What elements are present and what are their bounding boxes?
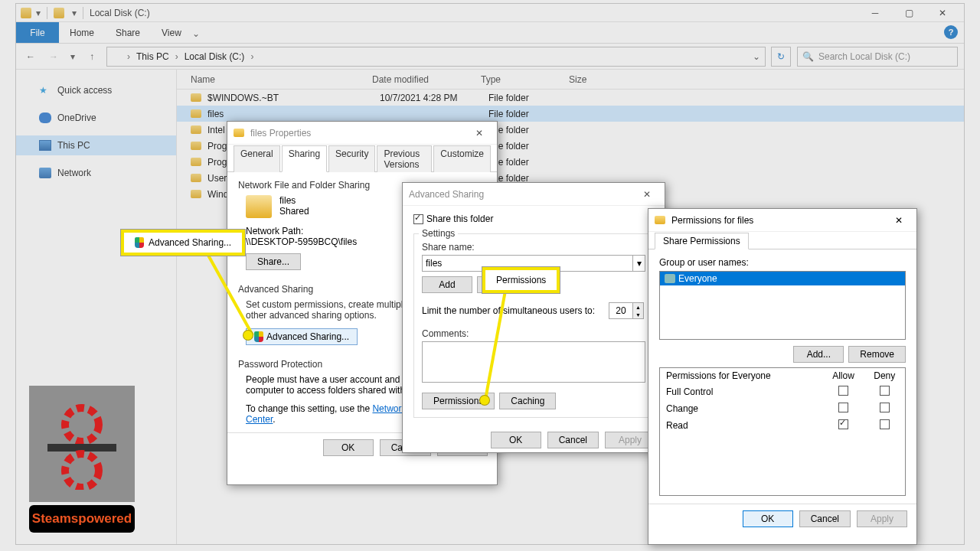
tab-customize[interactable]: Customize	[433, 145, 491, 172]
nav-network[interactable]: Network	[16, 163, 176, 183]
ribbon-expand-icon[interactable]: ⌄	[192, 28, 200, 43]
back-button[interactable]: ←	[22, 48, 39, 65]
allow-checkbox[interactable]	[838, 419, 848, 429]
chevron-right-icon[interactable]: ›	[249, 51, 255, 62]
qat-down-icon[interactable]: ▾	[36, 8, 41, 18]
user-entry[interactable]: Everyone	[660, 272, 905, 285]
col-name[interactable]: Name	[177, 74, 372, 85]
ok-button[interactable]: OK	[743, 510, 793, 527]
limit-input[interactable]	[609, 302, 633, 319]
tab-general[interactable]: General	[234, 145, 280, 172]
limit-spinner[interactable]: ▲▼	[609, 302, 645, 319]
permission-row: Change	[660, 400, 906, 417]
add-share-button[interactable]: Add	[422, 276, 472, 293]
tab-share[interactable]: Share	[105, 22, 151, 43]
col-date[interactable]: Date modified	[372, 74, 481, 85]
nav-label: This PC	[57, 140, 90, 151]
nav-label: Network	[57, 168, 91, 178]
history-dropdown-icon[interactable]: ⌄	[753, 51, 760, 62]
refresh-button[interactable]: ↻	[771, 47, 791, 67]
address-bar: ← → ▾ ↑ › This PC › Local Disk (C:) › ⌄ …	[16, 44, 964, 70]
apply-button[interactable]: Apply	[857, 510, 907, 527]
allow-checkbox[interactable]	[838, 403, 848, 412]
drive-icon	[21, 8, 31, 18]
advanced-sharing-button[interactable]: Advanced Sharing...	[246, 328, 358, 345]
crumb-thispc[interactable]: This PC	[135, 51, 171, 62]
share-folder-checkbox[interactable]: Share this folder	[413, 214, 654, 224]
callout-permissions: Permissions	[482, 267, 560, 293]
close-button[interactable]: ✕	[468, 128, 491, 139]
button-label: Advanced Sharing...	[266, 331, 349, 342]
deny-checkbox[interactable]	[880, 403, 890, 412]
up-button[interactable]: ↑	[83, 48, 100, 65]
deny-header: Deny	[864, 368, 906, 384]
close-button[interactable]: ✕	[635, 189, 658, 200]
tab-share-permissions[interactable]: Share Permissions	[655, 233, 749, 249]
file-type: File folder	[488, 109, 577, 119]
tab-sharing[interactable]: Sharing	[282, 145, 327, 172]
tab-view[interactable]: View	[151, 22, 192, 43]
file-row[interactable]: files File folder	[177, 106, 964, 122]
col-type[interactable]: Type	[481, 74, 569, 85]
cancel-button[interactable]: Cancel	[799, 510, 851, 527]
file-row[interactable]: $WINDOWS.~BT 10/7/2021 4:28 PM File fold…	[177, 90, 964, 106]
perm-name: Change	[660, 400, 823, 417]
titlebar: ▾ ▾ Local Disk (C:) ─ ▢ ✕	[16, 4, 964, 22]
window-title: Local Disk (C:)	[90, 8, 150, 18]
ok-button[interactable]: OK	[491, 432, 541, 448]
advanced-sharing-dialog: Advanced Sharing ✕ Share this folder Set…	[402, 182, 665, 453]
close-button[interactable]: ✕	[926, 4, 959, 22]
tab-previous-versions[interactable]: Previous Versions	[377, 145, 432, 172]
folder-icon	[655, 216, 665, 224]
folder-icon	[54, 8, 64, 18]
spin-up-icon[interactable]: ▲	[633, 303, 643, 311]
chevron-right-icon[interactable]: ›	[174, 51, 180, 62]
gear-icon	[29, 386, 135, 502]
caching-button[interactable]: Caching	[499, 393, 556, 409]
breadcrumb-bar[interactable]: › This PC › Local Disk (C:) › ⌄	[106, 47, 766, 67]
forward-button[interactable]: →	[45, 48, 62, 65]
spin-down-icon[interactable]: ▼	[633, 311, 643, 318]
folder-icon	[234, 129, 244, 137]
nav-thispc[interactable]: This PC	[16, 135, 176, 155]
folder-icon	[191, 190, 201, 198]
dialog-titlebar: Permissions for files ✕	[648, 209, 916, 232]
search-box[interactable]: 🔍 Search Local Disk (C:)	[797, 47, 958, 67]
share-button[interactable]: Share...	[246, 253, 301, 270]
maximize-button[interactable]: ▢	[892, 4, 926, 22]
help-button[interactable]: ?	[944, 25, 958, 39]
ribbon-tabs: File Home Share View ⌄ ?	[16, 22, 964, 44]
allow-checkbox[interactable]	[838, 386, 848, 396]
nav-onedrive[interactable]: OneDrive	[16, 108, 176, 128]
file-date: 10/7/2021 4:28 PM	[380, 93, 488, 103]
crumb-drive[interactable]: Local Disk (C:)	[183, 51, 247, 62]
deny-checkbox[interactable]	[880, 419, 890, 429]
tab-strip: General Sharing Security Previous Versio…	[227, 145, 497, 172]
recent-dropdown[interactable]: ▾	[68, 48, 77, 65]
column-headers[interactable]: Name Date modified Type Size	[177, 70, 964, 90]
user-name: Everyone	[678, 273, 717, 284]
dropdown-button[interactable]: ▾	[633, 255, 645, 272]
minimize-button[interactable]: ─	[858, 4, 892, 22]
user-list[interactable]: Everyone	[659, 271, 906, 340]
svg-point-4	[65, 454, 99, 487]
ok-button[interactable]: OK	[323, 439, 374, 456]
remove-user-button[interactable]: Remove	[848, 346, 906, 363]
col-size[interactable]: Size	[569, 74, 630, 85]
close-button[interactable]: ✕	[887, 215, 910, 226]
svg-point-2	[65, 408, 99, 442]
tab-file[interactable]: File	[16, 22, 59, 43]
chevron-right-icon[interactable]: ›	[126, 51, 132, 62]
share-status: Shared	[279, 206, 309, 217]
tab-security[interactable]: Security	[328, 145, 375, 172]
deny-checkbox[interactable]	[880, 386, 890, 396]
nav-quick-access[interactable]: ★Quick access	[16, 80, 176, 100]
qat-caret-icon[interactable]: ▾	[72, 8, 77, 18]
file-name: $WINDOWS.~BT	[207, 93, 380, 103]
tab-home[interactable]: Home	[59, 22, 105, 43]
add-user-button[interactable]: Add...	[793, 346, 844, 363]
cloud-icon	[39, 112, 51, 123]
cancel-button[interactable]: Cancel	[547, 432, 599, 448]
comments-input[interactable]	[422, 341, 645, 383]
checkbox-label: Share this folder	[426, 214, 493, 224]
